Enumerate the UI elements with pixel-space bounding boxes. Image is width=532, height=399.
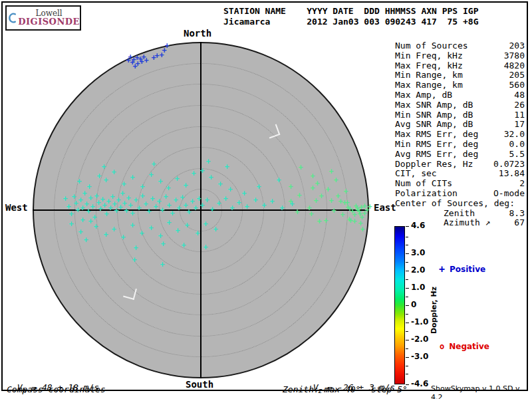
source-point: + <box>111 168 116 176</box>
colorbar-major-tick <box>406 288 409 289</box>
stat-label: Min RMS Err, deg <box>395 140 478 150</box>
lowell-digisonde-logo: Lowell DIGISONDE <box>5 5 81 31</box>
source-point: + <box>244 203 249 211</box>
source-point: + <box>139 229 144 237</box>
stat-label: Zenith <box>395 209 475 219</box>
stat-label: Doppler Res, Hz <box>395 160 473 170</box>
source-point: + <box>140 183 144 191</box>
stat-row: Zenith8.3 <box>395 209 525 219</box>
stat-row: Max Range, km560 <box>395 80 525 90</box>
stat-row: Avg RMS Err, deg5.5 <box>395 150 525 160</box>
colorbar-minor-tick <box>406 348 408 349</box>
source-point: + <box>297 192 301 200</box>
stat-row: Max Amp, dB48 <box>395 90 525 100</box>
colorbar-minor-tick <box>406 237 408 237</box>
stat-value: 0.0 <box>509 140 525 150</box>
source-point: + <box>90 203 94 211</box>
source-point: + <box>261 201 266 209</box>
stat-value: 205 <box>509 70 525 80</box>
software-version: ShowSkymap v 1.0 SD v 4.2 <box>431 384 532 399</box>
stat-label: Num of Sources <box>395 41 468 51</box>
source-point: + <box>329 168 333 176</box>
colorbar-minor-tick <box>406 331 408 332</box>
source-point: + <box>319 192 323 200</box>
station-header: STATION NAME YYYY DATE DDD HHMMSS AXN PP… <box>223 6 479 27</box>
stat-value: 17 <box>514 120 525 130</box>
crescent-icon <box>9 7 17 29</box>
source-point: + <box>216 200 221 207</box>
source-point: + <box>78 228 82 236</box>
source-point: + <box>329 197 333 205</box>
source-point: + <box>229 204 234 212</box>
stat-row: Min Freq, kHz3780 <box>395 51 525 61</box>
stat-row: Max SNR Amp, dB26 <box>395 100 525 110</box>
stat-value: 0.0723 <box>493 160 525 170</box>
colorbar-tick-label: 4.6 <box>411 221 425 230</box>
station-header-labels: STATION NAME YYYY DATE DDD HHMMSS AXN PP… <box>223 6 479 17</box>
compass-label-east: East <box>374 202 396 213</box>
stat-label: Min Freq, kHz <box>395 51 463 61</box>
colorbar-minor-tick <box>406 262 408 263</box>
colorbar-tick-label: -4.6 <box>411 379 428 388</box>
stat-row: Max RMS Err, deg32.0 <box>395 130 525 140</box>
stat-row: Min RMS Err, deg0.0 <box>395 140 525 150</box>
stat-value: 11 <box>514 110 525 120</box>
source-point: + <box>120 233 125 241</box>
stat-label: Polarization <box>395 189 458 199</box>
source-point: + <box>88 194 92 202</box>
source-point: + <box>288 183 293 191</box>
zenith-note: Zenith: max 40° step 5° <box>283 384 408 394</box>
stat-row: Doppler Res, Hz0.0723 <box>395 160 525 170</box>
source-point: + <box>191 170 196 178</box>
source-point: + <box>203 243 207 251</box>
colorbar-tick-label: 2.0 <box>411 266 425 275</box>
source-point: + <box>213 225 217 233</box>
stat-value: 48 <box>514 90 525 100</box>
stat-label: Center of Sources, deg: <box>395 199 515 209</box>
source-point: + <box>313 197 318 205</box>
source-point: + <box>310 184 315 192</box>
source-point: + <box>132 256 136 264</box>
stat-label: Max Range, km <box>395 80 463 90</box>
stats-panel: Num of Sources203Min Freq, kHz3780Max Fr… <box>395 41 525 228</box>
source-point: + <box>120 190 124 198</box>
source-point: + <box>205 158 210 166</box>
stat-label: Max Amp, dB <box>395 90 452 100</box>
stat-row: Min SNR Amp, dB11 <box>395 110 525 120</box>
colorbar-tick-label: -2.0 <box>411 334 428 344</box>
source-point: + <box>126 57 130 65</box>
colorbar-title: Doppler, Hz <box>430 287 438 334</box>
stat-label: Azimuth ↗ <box>395 218 490 228</box>
source-point: + <box>203 220 207 228</box>
source-point: + <box>68 210 73 218</box>
source-point: + <box>166 184 170 192</box>
source-point: + <box>174 175 179 183</box>
source-point: + <box>200 167 204 175</box>
source-point: + <box>325 186 330 194</box>
source-point: + <box>315 180 319 188</box>
source-point: + <box>209 205 214 213</box>
legend-negative: o Negative <box>440 342 489 351</box>
stat-row: Min Range, km205 <box>395 70 525 80</box>
source-point: + <box>241 190 246 198</box>
source-point: + <box>253 196 257 204</box>
source-point: + <box>347 205 352 213</box>
source-point: + <box>331 207 336 215</box>
source-point: + <box>295 208 299 216</box>
source-point: + <box>160 206 164 214</box>
source-point: + <box>163 193 168 201</box>
colorbar-minor-tick <box>406 297 408 297</box>
station-header-values: Jicamarca 2012 Jan03 003 090243 417 75 +… <box>223 17 479 27</box>
source-point: + <box>298 164 303 172</box>
colorbar-major-tick <box>406 323 409 323</box>
stat-value: 203 <box>509 41 525 51</box>
source-point: + <box>103 231 108 239</box>
source-point: + <box>86 183 91 191</box>
stat-value: 560 <box>509 80 525 90</box>
source-point: + <box>227 186 232 194</box>
source-point: + <box>217 180 222 188</box>
colorbar-major-tick <box>406 305 409 306</box>
colorbar-minor-tick <box>406 279 408 280</box>
source-point: + <box>195 229 200 237</box>
stat-row: CIT, sec13.84 <box>395 169 525 179</box>
